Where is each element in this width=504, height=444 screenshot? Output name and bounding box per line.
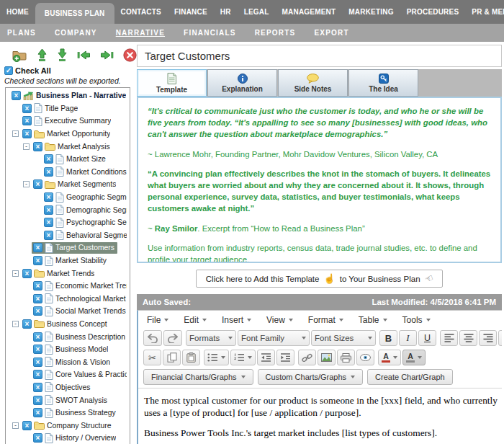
tree-item[interactable]: -×Business Concept [6,318,130,331]
nav-item-finance[interactable]: FINANCE [168,0,214,24]
nav-item-legal[interactable]: LEGAL [238,0,276,24]
checkbox[interactable]: × [33,332,42,342]
copy-button[interactable] [163,350,181,365]
formats-dropdown[interactable]: Formats [186,330,236,346]
nav-item-pr-media[interactable]: PR & MEDIA [465,0,504,24]
paste-button[interactable] [182,350,200,365]
move-right-button[interactable] [100,50,114,61]
tab-side-notes[interactable]: Side Notes [278,69,348,97]
undo-button[interactable] [143,330,162,346]
checkbox[interactable]: × [33,345,42,354]
cut-button[interactable]: ✂ [143,350,161,365]
tree-item[interactable]: ×Business Plan - Narrative [6,89,130,102]
collapse-icon[interactable]: - [12,130,19,137]
move-up-button[interactable] [37,48,48,62]
nav-item-contacts[interactable]: CONTACTS [114,0,168,24]
move-down-button[interactable] [57,48,68,62]
subnav-item-financials[interactable]: FINANCIALS [184,29,236,37]
print-button[interactable] [337,350,355,365]
collapse-icon[interactable]: - [23,181,30,187]
tree-item[interactable]: -×Market Analysis [6,140,130,153]
checkbox[interactable]: × [33,179,42,189]
tree-item[interactable]: ×Core Values & Practices [6,368,130,381]
menu-file[interactable]: File [147,315,168,325]
background-color-button[interactable]: A [402,350,426,365]
bullet-list-button[interactable] [204,350,229,365]
move-left-button[interactable] [77,50,91,61]
checkbox[interactable]: × [33,306,42,316]
nav-item-hr[interactable]: HR [214,0,238,24]
checkbox[interactable]: × [22,104,32,113]
nav-item-business-plan[interactable]: BUSINESS PLAN [35,3,114,24]
checkbox[interactable]: × [12,91,21,100]
tree-item[interactable]: ×Psychographic Segmentation [6,216,130,229]
menu-edit[interactable]: Edit [184,315,207,325]
tree-item[interactable]: -×Market Opportunity [6,128,130,141]
tree-item[interactable]: ×Objectives [6,381,130,394]
nav-item-marketing[interactable]: MARKETING [342,0,400,24]
create-chart-graph-button[interactable]: Create Chart/Graph [367,369,453,385]
tree-item[interactable]: ×Mission & Vision [6,355,130,368]
menu-insert[interactable]: Insert [222,315,251,325]
tree-item[interactable]: -×Market Segments [6,178,130,191]
outdent-button[interactable] [257,350,275,365]
tree-item[interactable]: ×Social Market Trends [6,305,130,318]
subnav-item-plans[interactable]: PLANS [7,29,36,37]
tree-item[interactable]: -×Market Trends [6,267,130,280]
align-left-button[interactable] [440,330,458,346]
checkbox[interactable]: × [33,433,42,443]
tree-item[interactable]: ×Business Model [6,343,130,356]
checkbox[interactable]: × [33,256,42,265]
numbered-list-button[interactable] [230,350,256,365]
checkbox[interactable]: × [33,243,42,252]
tab-explanation[interactable]: Explanation [207,69,277,97]
tree-item[interactable]: ×Business Description [6,330,130,343]
subnav-item-narrative[interactable]: NARRATIVE [116,29,165,37]
text-color-button[interactable]: A [378,350,401,365]
delete-button[interactable] [123,48,137,62]
nav-item-home[interactable]: HOME [0,0,35,24]
add-template-button[interactable]: Click here to Add this Template ☝ to You… [196,270,443,288]
tree-item[interactable]: ×Geographic Segmentation [6,191,130,204]
checkbox[interactable]: × [33,383,42,392]
checkbox[interactable]: × [44,167,53,177]
collapse-icon[interactable]: - [12,321,19,327]
tree-item[interactable]: ×Economic Market Trends [6,280,130,293]
checkbox[interactable]: × [44,218,53,227]
checkbox[interactable]: × [33,370,42,379]
tree-item[interactable]: ×History / Overview [6,432,130,444]
checkbox[interactable]: × [33,281,42,290]
redo-button[interactable] [163,330,182,346]
align-justify-button[interactable] [498,330,502,346]
tree-item[interactable]: ×Demographic Segmentation [6,203,130,216]
financial-charts-graphs-button[interactable]: Financial Charts/Graphs [143,369,253,385]
indent-button[interactable] [276,350,294,365]
checkbox[interactable]: × [22,319,32,329]
checkbox[interactable]: × [44,192,53,202]
underline-button[interactable]: U [418,330,436,346]
subnav-item-company[interactable]: COMPANY [55,29,97,37]
tree-item[interactable]: ×SWOT Analysis [6,394,130,407]
tab-the-idea[interactable]: The Idea [348,69,418,97]
nav-item-procedures[interactable]: PROCEDURES [400,0,466,24]
subnav-item-export[interactable]: EXPORT [314,29,348,37]
menu-view[interactable]: View [266,315,293,325]
tab-template[interactable]: Template [137,69,207,97]
checkbox[interactable]: × [33,408,42,417]
tree-item[interactable]: -×Company Structure [6,419,130,432]
tree-item[interactable]: ×Title Page [6,102,130,115]
collapse-icon[interactable]: - [12,270,19,277]
tree-item[interactable]: ×Executive Summary [6,115,130,128]
custom-charts-graphs-button[interactable]: Custom Charts/Graphs [258,369,363,385]
nav-item-management[interactable]: MANAGEMENT [276,0,343,24]
checkbox[interactable]: × [44,231,53,240]
checkbox[interactable]: × [44,205,53,215]
tree-item[interactable]: ×Target Customers [6,241,130,254]
preview-button[interactable] [356,350,374,365]
insert-link-button[interactable] [298,350,316,365]
align-right-button[interactable] [479,330,497,346]
collapse-icon[interactable]: - [12,422,19,429]
collapse-icon[interactable]: - [23,143,30,150]
italic-button[interactable]: I [399,330,417,346]
check-all-checkbox[interactable]: ✓ [4,66,13,75]
